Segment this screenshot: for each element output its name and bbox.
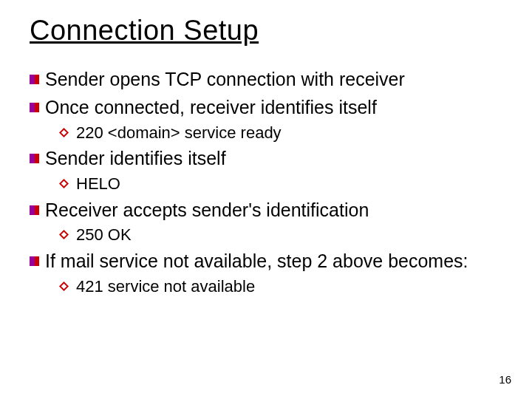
list-item: 220 <domain> service ready: [59, 122, 502, 144]
slide-title: Connection Setup: [30, 15, 502, 47]
list-item-text: Sender opens TCP connection with receive…: [45, 67, 502, 92]
list-item: Sender opens TCP connection with receive…: [30, 67, 502, 92]
list-item: Receiver accepts sender's identification: [30, 198, 502, 223]
list-item-text: 250 OK: [76, 224, 502, 246]
list-item: HELO: [59, 173, 502, 195]
square-bullet-icon: [30, 103, 39, 112]
list-item-text: Receiver accepts sender's identification: [45, 198, 502, 223]
list-item: Sender identifies itself: [30, 146, 502, 171]
list-item: Once connected, receiver identifies itse…: [30, 95, 502, 120]
list-item-text: Once connected, receiver identifies itse…: [45, 95, 502, 120]
list-item-text: HELO: [76, 173, 502, 195]
list-item: 250 OK: [59, 224, 502, 246]
diamond-bullet-icon: [59, 230, 69, 239]
diamond-bullet-icon: [59, 128, 69, 137]
slide-content: Sender opens TCP connection with receive…: [30, 67, 502, 298]
square-bullet-icon: [30, 256, 39, 266]
list-item-text: 421 service not available: [76, 276, 502, 298]
diamond-bullet-icon: [59, 179, 69, 188]
list-item-text: If mail service not available, step 2 ab…: [45, 249, 502, 274]
list-item-text: Sender identifies itself: [45, 146, 502, 171]
list-item: 421 service not available: [59, 276, 502, 298]
slide: Connection Setup Sender opens TCP connec…: [0, 0, 532, 399]
diamond-bullet-icon: [59, 282, 69, 291]
square-bullet-icon: [30, 205, 39, 215]
square-bullet-icon: [30, 75, 39, 84]
page-number: 16: [499, 373, 511, 386]
list-item: If mail service not available, step 2 ab…: [30, 249, 502, 274]
list-item-text: 220 <domain> service ready: [76, 122, 502, 144]
square-bullet-icon: [30, 154, 39, 163]
